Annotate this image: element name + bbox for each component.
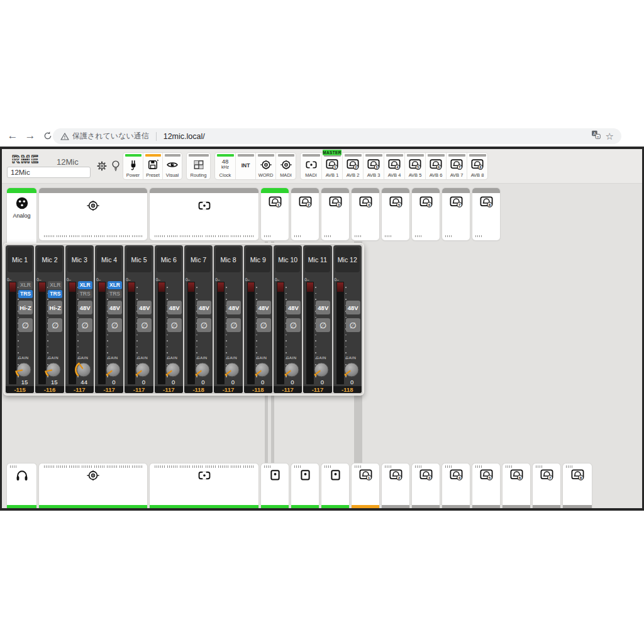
trs-button[interactable]: TRS (78, 290, 92, 298)
io-card-avb-stream-4-input[interactable]: 4 (352, 188, 379, 240)
mic-strip-7[interactable]: Mic 70–48V∅GAIN 0-118 (184, 245, 213, 393)
io-card-avb-stream-8-output[interactable]: 8 (563, 464, 592, 508)
io-card-avb-stream-2-output[interactable]: 2 (382, 464, 409, 508)
io-card-madi-optical-input[interactable] (150, 188, 258, 240)
mic-strip-11[interactable]: Mic 110–48V∅GAIN 0-117 (303, 245, 331, 393)
toolbar-button-word[interactable]: WORD (255, 153, 275, 179)
io-card-avb-stream-7-output[interactable]: 7 (533, 464, 560, 508)
mic-strip-2[interactable]: Mic 20–XLRTRSHi-Z∅GAIN 15-116 (35, 245, 64, 393)
io-card-port-output-1[interactable] (261, 464, 289, 508)
security-status[interactable]: 保護されていない通信 (60, 131, 149, 142)
io-card-avb-stream-4-output[interactable]: 4 (442, 464, 470, 508)
io-card-analog-input[interactable]: Analog (7, 188, 36, 248)
hiz-button[interactable]: Hi-Z (18, 301, 33, 314)
io-card-avb-stream-3-output[interactable]: 3 (412, 464, 440, 508)
io-card-avb-stream-1-output[interactable]: 1 (352, 464, 379, 508)
phantom-48v-button[interactable]: 48V (346, 301, 360, 314)
toolbar-button-avb-6[interactable]: 6AVB 6 (425, 153, 446, 179)
gain-knob[interactable] (342, 360, 361, 379)
io-card-madi-optical-output[interactable] (150, 464, 258, 508)
back-icon[interactable]: ← (5, 128, 20, 143)
io-card-port-output-3[interactable] (321, 464, 349, 508)
bookmark-star-icon[interactable]: ☆ (606, 131, 614, 142)
phantom-48v-button[interactable]: 48V (257, 301, 271, 314)
io-card-avb-stream-6-output[interactable]: 6 (502, 464, 530, 508)
io-card-avb-stream-6-input[interactable]: 6 (412, 188, 440, 240)
io-card-avb-stream-7-input[interactable]: 7 (442, 188, 470, 240)
trs-button[interactable]: TRS (108, 290, 122, 298)
trs-button[interactable]: TRS (48, 290, 62, 298)
phase-invert-button[interactable]: ∅ (18, 318, 33, 332)
phase-invert-button[interactable]: ∅ (137, 318, 152, 332)
toolbar-button-avb-8[interactable]: 8AVB 8 (467, 153, 487, 179)
io-card-avb-stream-8-input[interactable]: 8 (472, 188, 500, 240)
toolbar-button-avb-4[interactable]: 4AVB 4 (384, 153, 404, 179)
io-card-word-madi-coax-input[interactable] (39, 188, 147, 240)
phantom-48v-button[interactable]: 48V (226, 301, 241, 314)
address-bar[interactable]: 保護されていない通信 12mic.local/ Aa ☆ (53, 128, 621, 144)
translate-icon[interactable]: Aa (591, 130, 601, 143)
dark-mode-bulb-icon[interactable] (109, 158, 123, 174)
toolbar-button-madi[interactable]: MADI (301, 153, 321, 179)
phase-invert-button[interactable]: ∅ (226, 318, 241, 332)
device-name-input[interactable] (7, 167, 91, 178)
gain-knob[interactable] (164, 360, 182, 379)
gain-knob[interactable] (14, 360, 33, 379)
io-card-avb-stream-1-input[interactable]: 1 (261, 188, 289, 240)
toolbar-button-clock[interactable]: 48kHzClock (215, 153, 235, 179)
xlr-button[interactable]: XLR (18, 281, 33, 289)
xlr-button[interactable]: XLR (108, 281, 122, 289)
toolbar-button-avb-3[interactable]: 3AVB 3 (363, 153, 384, 179)
gain-knob[interactable] (282, 360, 301, 379)
toolbar-button-avb-5[interactable]: 5AVB 5 (404, 153, 425, 179)
toolbar-button-int[interactable]: INT (235, 153, 255, 179)
mic-strip-9[interactable]: Mic 90–48V∅GAIN 0-118 (244, 245, 272, 393)
phantom-48v-button[interactable]: 48V (137, 301, 152, 314)
toolbar-button-avb-1[interactable]: MASTER1AVB 1 (321, 153, 342, 179)
io-card-avb-stream-5-input[interactable]: 5 (382, 188, 409, 240)
phantom-48v-button[interactable]: 48V (78, 301, 92, 314)
mic-strip-8[interactable]: Mic 80–48V∅GAIN 0-117 (214, 245, 242, 393)
toolbar-button-routing[interactable]: Routing (187, 153, 210, 179)
gain-knob[interactable] (104, 360, 123, 379)
phantom-48v-button[interactable]: 48V (286, 301, 301, 314)
io-card-phones-output[interactable] (7, 464, 36, 508)
xlr-button[interactable]: XLR (48, 281, 62, 289)
mic-strip-3[interactable]: Mic 30–XLRTRS48V∅GAIN 44-117 (65, 245, 94, 393)
io-card-port-output-2[interactable] (291, 464, 319, 508)
toolbar-button-avb-2[interactable]: 2AVB 2 (342, 153, 363, 179)
phase-invert-button[interactable]: ∅ (257, 318, 271, 332)
hiz-button[interactable]: Hi-Z (48, 301, 62, 314)
phase-invert-button[interactable]: ∅ (346, 318, 360, 332)
gain-knob[interactable] (253, 360, 272, 379)
phantom-48v-button[interactable]: 48V (167, 301, 182, 314)
trs-button[interactable]: TRS (18, 290, 33, 298)
io-card-avb-stream-5-output[interactable]: 5 (472, 464, 500, 508)
settings-gear-icon[interactable] (95, 158, 109, 174)
phase-invert-button[interactable]: ∅ (48, 318, 62, 332)
toolbar-button-power[interactable]: Power (123, 153, 143, 179)
gain-knob[interactable] (312, 360, 331, 379)
phase-invert-button[interactable]: ∅ (316, 318, 330, 332)
phase-invert-button[interactable]: ∅ (286, 318, 301, 332)
gain-knob[interactable] (223, 360, 242, 379)
phantom-48v-button[interactable]: 48V (197, 301, 211, 314)
toolbar-button-visual[interactable]: Visual (162, 153, 182, 179)
phase-invert-button[interactable]: ∅ (167, 318, 182, 332)
phantom-48v-button[interactable]: 48V (316, 301, 330, 314)
xlr-button[interactable]: XLR (78, 281, 92, 289)
phantom-48v-button[interactable]: 48V (108, 301, 122, 314)
mic-strip-10[interactable]: Mic 100–48V∅GAIN 0-117 (274, 245, 302, 393)
mic-strip-12[interactable]: Mic 120–48V∅GAIN 0-118 (333, 245, 362, 393)
mic-strip-5[interactable]: Mic 50–48V∅GAIN 0-117 (125, 245, 153, 393)
mic-strip-4[interactable]: Mic 40–XLRTRS48V∅GAIN 0-117 (95, 245, 123, 393)
gain-knob[interactable] (193, 360, 212, 379)
toolbar-button-madi[interactable]: MADI (275, 153, 296, 179)
gain-knob[interactable] (74, 360, 93, 379)
gain-knob[interactable] (133, 360, 152, 379)
phase-invert-button[interactable]: ∅ (78, 318, 92, 332)
phase-invert-button[interactable]: ∅ (197, 318, 211, 332)
mic-strip-1[interactable]: Mic 10–XLRTRSHi-Z∅GAIN 15-115 (6, 245, 34, 393)
io-card-avb-stream-3-input[interactable]: 3 (321, 188, 349, 240)
toolbar-button-avb-7[interactable]: 7AVB 7 (446, 153, 467, 179)
